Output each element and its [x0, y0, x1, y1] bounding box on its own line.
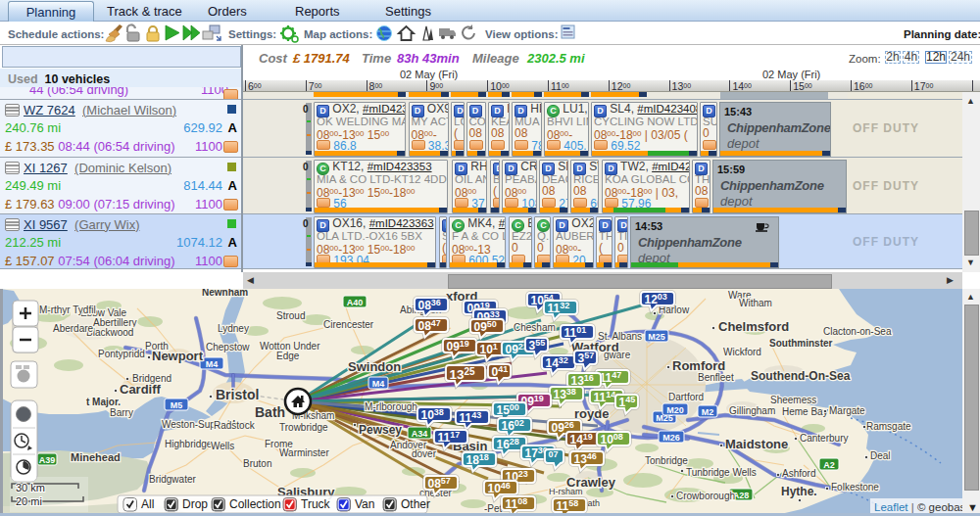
svg-text:Chelmsford: Chelmsford — [718, 319, 789, 334]
svg-text:Folkestone: Folkestone — [831, 482, 879, 493]
svg-text:Ramsgate: Ramsgate — [866, 421, 911, 432]
svg-text:Lydney: Lydney — [218, 323, 249, 334]
svg-text:t Major.: t Major. — [86, 397, 121, 407]
svg-text:Witham: Witham — [739, 298, 772, 308]
svg-text:Trowbridge: Trowbridge — [279, 422, 328, 433]
svg-text:Warminster: Warminster — [279, 447, 329, 458]
svg-text:Cirencester: Cirencester — [323, 319, 374, 330]
svg-text:Highbridge: Highbridge — [165, 439, 213, 449]
svg-text:Truck: Truck — [301, 497, 331, 511]
svg-text:Chepstow: Chepstow — [206, 342, 250, 352]
svg-text:Dartford: Dartford — [668, 392, 704, 402]
svg-text:Swindon: Swindon — [348, 359, 401, 374]
svg-text:Pewsey: Pewsey — [359, 423, 402, 437]
svg-text:Chesham: Chesham — [514, 322, 556, 333]
svg-text:Drop: Drop — [182, 497, 208, 511]
svg-text:M-rlborough: M-rlborough — [365, 401, 417, 412]
svg-text:Canterbury: Canterbury — [800, 433, 848, 444]
svg-text:Leaflet | © geobase: Leaflet | © geobase — [874, 501, 962, 513]
svg-text:Deal: Deal — [870, 450, 891, 461]
svg-text:dover: dover — [412, 448, 437, 459]
svg-text:Heme Bay: Heme Bay — [782, 406, 828, 417]
svg-text:A40: A40 — [347, 298, 364, 307]
svg-text:M-rthyr Tydfil: M-rthyr Tydfil — [39, 305, 96, 315]
svg-text:M25: M25 — [648, 332, 665, 342]
svg-text:Wells: Wells — [211, 441, 234, 451]
svg-text:A28: A28 — [733, 491, 750, 500]
svg-text:A34: A34 — [412, 429, 428, 439]
svg-text:Bridgwater: Bridgwater — [149, 474, 196, 485]
svg-text:Gillingham: Gillingham — [729, 405, 775, 416]
svg-text:Stroud: Stroud — [276, 310, 305, 321]
svg-text:Tonbridge: Tonbridge — [645, 455, 688, 466]
svg-text:Clacton-on-Sea: Clacton-on-Sea — [823, 326, 892, 337]
svg-text:Romford: Romford — [672, 358, 725, 373]
svg-text:Benfleet: Benfleet — [698, 372, 734, 383]
svg-text:M5: M5 — [171, 400, 183, 410]
svg-text:Bristol: Bristol — [216, 387, 259, 402]
svg-text:M26: M26 — [662, 433, 680, 443]
svg-text:Southend-On-Sea: Southend-On-Sea — [751, 369, 851, 383]
svg-text:H-rsham: H-rsham — [549, 487, 583, 496]
svg-text:M2: M2 — [702, 407, 714, 417]
svg-text:Van: Van — [355, 497, 374, 511]
svg-text:Bruton: Bruton — [243, 458, 271, 469]
svg-text:Maidstone: Maidstone — [725, 437, 788, 451]
svg-text:Sheemess: Sheemess — [770, 395, 816, 405]
svg-text:Ashford: Ashford — [782, 468, 815, 479]
svg-text:All: All — [141, 497, 154, 511]
svg-text:Collection: Collection — [229, 497, 281, 511]
svg-text:Southminster: Southminster — [769, 338, 833, 349]
svg-text:Hythe.: Hythe. — [781, 485, 817, 498]
svg-text:Newnham: Newnham — [202, 289, 248, 298]
svg-text:A2: A2 — [823, 460, 835, 470]
svg-text:Wickford: Wickford — [723, 347, 761, 357]
svg-text:30 km: 30 km — [16, 482, 45, 493]
svg-text:Newport: Newport — [152, 349, 204, 363]
svg-text:Crowborough: Crowborough — [676, 491, 735, 501]
svg-text:Radstock: Radstock — [214, 420, 256, 431]
svg-text:Pontypridd: Pontypridd — [98, 349, 145, 359]
svg-text:07: 07 — [549, 449, 559, 459]
svg-text:A39: A39 — [39, 455, 56, 465]
svg-text:Barry: Barry — [110, 407, 133, 418]
svg-text:Cardiff: Cardiff — [120, 382, 162, 397]
svg-text:M4: M4 — [372, 379, 385, 389]
svg-text:gware: gware — [604, 350, 631, 360]
svg-text:20 mi: 20 mi — [16, 495, 42, 507]
svg-text:Other: Other — [401, 497, 430, 511]
svg-text:Blackwood: Blackwood — [86, 327, 133, 338]
svg-text:Aberdare: Aberdare — [53, 323, 94, 334]
svg-text:Minehead: Minehead — [71, 451, 121, 463]
svg-text:Bath: Bath — [255, 404, 285, 420]
svg-text:M20: M20 — [666, 405, 684, 415]
svg-text:M4: M4 — [206, 359, 219, 369]
svg-text:Edge: Edge — [276, 351, 300, 361]
svg-text:Tunbridge Wells: Tunbridge Wells — [686, 467, 757, 478]
svg-text:Margate: Margate — [829, 405, 865, 416]
